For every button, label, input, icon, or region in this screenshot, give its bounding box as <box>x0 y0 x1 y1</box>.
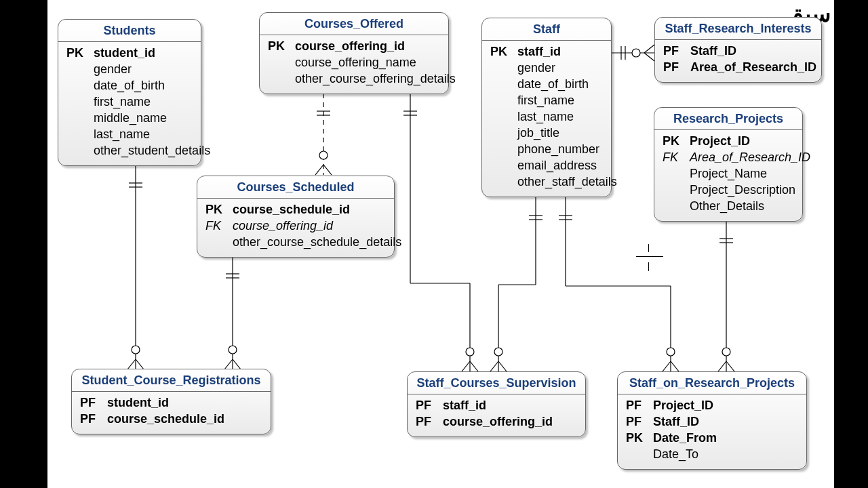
attribute-row: PFcourse_schedule_id <box>80 411 262 427</box>
attribute-name: phone_number <box>517 141 599 157</box>
attribute-name: other_staff_details <box>517 174 617 190</box>
svg-point-33 <box>494 348 502 356</box>
entity-students[interactable]: Students PKstudent_idgenderdate_of_birth… <box>58 19 201 166</box>
key-indicator: PF <box>626 397 646 413</box>
attribute-name: Area_of_Research_ID <box>690 149 810 165</box>
svg-point-41 <box>667 348 675 356</box>
attribute-name: date_of_birth <box>517 76 589 92</box>
attribute-name: Project_ID <box>653 397 713 413</box>
attribute-row: PKDate_From <box>626 430 798 446</box>
key-indicator <box>490 174 511 190</box>
entity-staff-research-interests[interactable]: Staff_Research_Interests PFStaff_IDPFAre… <box>654 17 822 83</box>
key-indicator <box>490 108 511 125</box>
attribute-name: Staff_ID <box>690 43 736 59</box>
attribute-row: PKstudent_id <box>66 45 193 61</box>
attribute-name: middle_name <box>94 110 167 126</box>
attribute-name: first_name <box>94 94 151 110</box>
svg-line-16 <box>323 165 332 175</box>
key-indicator <box>663 182 683 198</box>
attribute-row: PKcourse_schedule_id <box>205 201 386 218</box>
entity-rows: PKstudent_idgenderdate_of_birthfirst_nam… <box>58 42 201 165</box>
key-indicator <box>490 157 511 174</box>
svg-line-52 <box>726 361 734 371</box>
key-indicator <box>268 54 288 70</box>
attribute-row: PFProject_ID <box>626 397 798 413</box>
entity-title: Staff_Research_Interests <box>655 18 821 40</box>
entity-rows: PKProject_IDFKArea_of_Research_IDProject… <box>654 130 802 221</box>
key-indicator: PF <box>80 411 100 427</box>
attribute-row: first_name <box>490 92 603 108</box>
entity-research-projects[interactable]: Research_Projects PKProject_IDFKArea_of_… <box>654 107 803 222</box>
attribute-name: course_offering_id <box>295 38 405 54</box>
key-indicator <box>663 198 683 214</box>
attribute-row: PFstudent_id <box>80 394 262 411</box>
entity-rows: PFProject_IDPFStaff_IDPKDate_FromDate_To <box>618 394 806 469</box>
key-indicator <box>663 165 683 182</box>
attribute-row: course_offering_name <box>268 54 440 70</box>
attribute-name: Project_Name <box>690 165 767 182</box>
entity-student-course-registrations[interactable]: Student_Course_Registrations PFstudent_i… <box>71 369 271 434</box>
attribute-row: PKProject_ID <box>663 133 794 149</box>
key-indicator: FK <box>663 149 683 165</box>
svg-line-10 <box>233 359 241 369</box>
attribute-row: PFstaff_id <box>416 397 577 413</box>
entity-rows: PFstudent_idPFcourse_schedule_id <box>72 392 271 434</box>
attribute-name: last_name <box>94 126 150 142</box>
key-indicator <box>66 61 87 77</box>
attribute-row: PKstaff_id <box>490 43 603 60</box>
key-indicator <box>490 60 511 76</box>
attribute-name: other_course_offering_details <box>295 70 456 87</box>
attribute-name: student_id <box>107 394 169 411</box>
attribute-name: course_offering_name <box>295 54 416 70</box>
attribute-name: gender <box>94 61 132 77</box>
svg-point-11 <box>229 346 237 354</box>
attribute-row: job_title <box>490 125 603 141</box>
attribute-row: FKcourse_offering_id <box>205 218 386 234</box>
entity-staff[interactable]: Staff PKstaff_idgenderdate_of_birthfirst… <box>481 18 612 197</box>
attribute-name: Project_Description <box>690 182 795 198</box>
svg-line-46 <box>644 53 654 61</box>
key-indicator: PK <box>205 201 226 218</box>
svg-line-51 <box>718 361 726 371</box>
attribute-name: Date_From <box>653 430 717 446</box>
attribute-row: other_course_schedule_details <box>205 234 386 250</box>
key-indicator <box>268 70 288 87</box>
entity-staff-on-research-projects[interactable]: Staff_on_Research_Projects PFProject_IDP… <box>617 371 807 470</box>
key-indicator <box>490 76 511 92</box>
attribute-row: last_name <box>66 126 193 142</box>
attribute-row: other_course_offering_details <box>268 70 440 87</box>
svg-point-47 <box>632 49 640 57</box>
attribute-name: course_offering_id <box>443 413 553 430</box>
attribute-row: other_staff_details <box>490 174 603 190</box>
key-indicator <box>490 141 511 157</box>
entity-courses-offered[interactable]: Courses_Offered PKcourse_offering_idcour… <box>259 12 449 94</box>
svg-line-9 <box>224 359 233 369</box>
attribute-row: gender <box>66 61 193 77</box>
entity-rows: PFstaff_idPFcourse_offering_id <box>408 394 585 436</box>
key-indicator <box>66 94 87 110</box>
entity-title: Research_Projects <box>654 108 802 130</box>
key-indicator: PF <box>663 43 684 59</box>
key-indicator: PK <box>66 45 87 61</box>
svg-line-40 <box>671 361 679 371</box>
attribute-name: first_name <box>517 92 574 108</box>
attribute-row: PFcourse_offering_id <box>416 413 577 430</box>
page: سبق <box>0 0 868 488</box>
entity-staff-courses-supervision[interactable]: Staff_Courses_Supervision PFstaff_idPFco… <box>407 371 586 437</box>
attribute-name: gender <box>517 60 555 76</box>
attribute-name: job_title <box>517 125 559 141</box>
attribute-row: other_student_details <box>66 142 193 159</box>
svg-line-45 <box>644 45 654 53</box>
entity-title: Courses_Offered <box>260 13 448 35</box>
key-indicator: PF <box>663 59 684 75</box>
svg-line-15 <box>315 165 323 175</box>
entity-courses-scheduled[interactable]: Courses_Scheduled PKcourse_schedule_idFK… <box>197 176 395 258</box>
attribute-name: Staff_ID <box>653 413 699 430</box>
key-indicator: PF <box>416 413 436 430</box>
entity-rows: PKcourse_offering_idcourse_offering_name… <box>260 35 448 94</box>
attribute-row: PFStaff_ID <box>663 43 813 59</box>
attribute-row: gender <box>490 60 603 76</box>
key-indicator: PF <box>416 397 436 413</box>
attribute-row: FKArea_of_Research_ID <box>663 149 794 165</box>
key-indicator <box>626 446 646 462</box>
